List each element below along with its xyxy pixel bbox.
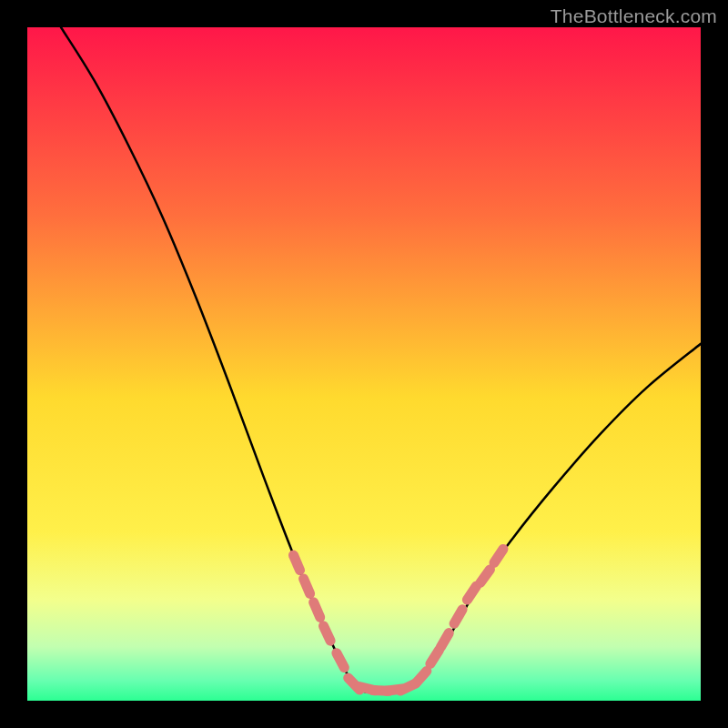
- marker-dash: [304, 579, 310, 594]
- marker-dash: [454, 610, 462, 624]
- gradient-bg: [27, 27, 701, 701]
- watermark-text: TheBottleneck.com: [551, 5, 717, 27]
- marker-dash: [323, 626, 330, 641]
- marker-dash: [440, 633, 449, 648]
- marker-dash: [314, 602, 320, 618]
- chart-svg: [27, 27, 701, 701]
- chart-frame: [27, 27, 701, 701]
- marker-dash: [337, 653, 344, 668]
- marker-dash: [293, 555, 299, 571]
